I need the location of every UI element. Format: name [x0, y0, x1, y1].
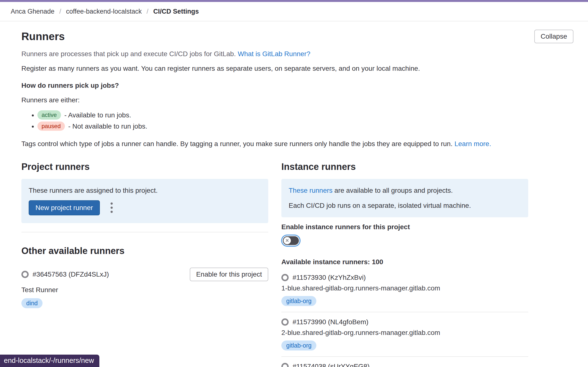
other-available-runners-title: Other available runners [21, 245, 268, 257]
available-runner-row: #36457563 (DFZd4SLxJ) Enable for this pr… [21, 268, 268, 281]
paused-status-description: - Not available to run jobs. [68, 122, 147, 130]
project-runners-actions: New project runner [29, 200, 261, 215]
active-status-badge: active [37, 110, 61, 120]
kebab-menu-icon[interactable] [109, 201, 114, 214]
top-accent-bar [0, 0, 588, 2]
available-instance-runners-heading: Available instance runners: 100 [281, 258, 528, 266]
breadcrumb-separator: / [147, 8, 148, 15]
instance-runner-item: #11573930 (KzYhZxBvi) 1-blue.shared-gitl… [281, 274, 528, 306]
instance-runners-section: Instance runners These runners are avail… [281, 161, 528, 367]
enable-instance-runners-heading: Enable instance runners for this project [281, 223, 528, 231]
paused-status-badge: paused [37, 122, 65, 131]
runner-offline-status-icon [281, 363, 289, 367]
list-item-active: active- Available to run jobs. [37, 110, 573, 120]
register-text: Register as many runners as you want. Yo… [21, 65, 573, 72]
instance-runners-toggle[interactable]: ✕ [283, 236, 299, 245]
runner-id-link[interactable]: #11573990 (NL4gfoBem) [293, 318, 368, 326]
project-runners-section: Project runners These runners are assign… [21, 161, 268, 367]
these-runners-link[interactable]: These runners [289, 187, 333, 194]
breadcrumb: Anca Ghenade / coffee-backend-localstack… [0, 2, 588, 21]
breadcrumb-separator: / [59, 8, 61, 15]
runner-tag-badge[interactable]: dind [21, 298, 43, 308]
runner-offline-status-icon [281, 318, 289, 326]
instance-runners-info-box: These runners are available to all group… [281, 179, 528, 217]
list-divider [281, 312, 528, 312]
breadcrumb-user[interactable]: Anca Ghenade [11, 8, 54, 15]
runner-offline-status-icon [281, 274, 289, 281]
instance-runners-title: Instance runners [281, 161, 528, 173]
runner-identity: #11574038 (sUrYYgEG8) [281, 363, 528, 367]
runner-id-link[interactable]: #36457563 (DFZd4SLxJ) [33, 271, 109, 278]
runner-columns: Project runners These runners are assign… [21, 161, 573, 367]
page-title: Runners [21, 30, 65, 43]
section-divider [21, 232, 268, 232]
runner-identity: #11573930 (KzYhZxBvi) [281, 274, 528, 281]
breadcrumb-project[interactable]: coffee-backend-localstack [66, 8, 142, 15]
breadcrumb-current-page: CI/CD Settings [153, 8, 199, 15]
active-status-description: - Available to run jobs. [64, 111, 131, 119]
instance-runner-item: #11573990 (NL4gfoBem) 2-blue.shared-gitl… [281, 318, 528, 350]
runner-id-link[interactable]: #11574038 (sUrYYgEG8) [293, 363, 370, 367]
what-is-gitlab-runner-link[interactable]: What is GitLab Runner? [238, 50, 310, 58]
list-divider [281, 356, 528, 357]
runner-id-link[interactable]: #11573930 (KzYhZxBvi) [293, 274, 366, 281]
runner-status-list: active- Available to run jobs. paused- N… [21, 110, 573, 131]
runner-tag-badge[interactable]: gitlab-org [281, 341, 316, 350]
instance-runners-info-line1: These runners are available to all group… [289, 187, 521, 194]
learn-more-link[interactable]: Learn more. [454, 140, 491, 148]
instance-runner-list: #11573930 (KzYhZxBvi) 1-blue.shared-gitl… [281, 274, 528, 367]
runner-description: Test Runner [21, 286, 268, 294]
instance-runner-item: #11574038 (sUrYYgEG8) 3-blue.shared-gitl… [281, 363, 528, 367]
runner-identity: #36457563 (DFZd4SLxJ) [21, 271, 109, 278]
enable-for-this-project-button[interactable]: Enable for this project [190, 268, 268, 281]
runners-settings-section: Runners Collapse Runners are processes t… [0, 21, 588, 367]
runner-offline-status-icon [21, 271, 29, 278]
runner-tag-badge[interactable]: gitlab-org [281, 296, 316, 306]
instance-runners-info-text: are available to all groups and projects… [333, 187, 453, 194]
runners-intro-text: Runners are processes that pick up and e… [21, 50, 236, 58]
runner-host: 2-blue.shared-gitlab-org.runners-manager… [281, 329, 528, 337]
section-header: Runners Collapse [21, 30, 573, 43]
tags-description: Tags control which type of jobs a runner… [21, 140, 573, 148]
collapse-button[interactable]: Collapse [534, 30, 573, 43]
toggle-off-x-icon: ✕ [284, 237, 291, 244]
runners-intro: Runners are processes that pick up and e… [21, 50, 573, 58]
project-runners-info-text: These runners are assigned to this proje… [29, 187, 261, 194]
runner-host: 1-blue.shared-gitlab-org.runners-manager… [281, 284, 528, 292]
instance-runners-info-line2: Each CI/CD job runs on a separate, isola… [289, 202, 521, 210]
project-runners-title: Project runners [21, 161, 268, 173]
list-item-paused: paused- Not available to run jobs. [37, 122, 573, 131]
how-runners-pick-up-jobs-heading: How do runners pick up jobs? [21, 82, 573, 89]
new-project-runner-button[interactable]: New project runner [29, 200, 100, 215]
project-runners-info-box: These runners are assigned to this proje… [21, 179, 268, 223]
link-url-preview: end-localstack/-/runners/new [0, 355, 99, 367]
runners-are-either-text: Runners are either: [21, 96, 573, 104]
tags-description-text: Tags control which type of jobs a runner… [21, 140, 452, 148]
runner-identity: #11573990 (NL4gfoBem) [281, 318, 528, 326]
